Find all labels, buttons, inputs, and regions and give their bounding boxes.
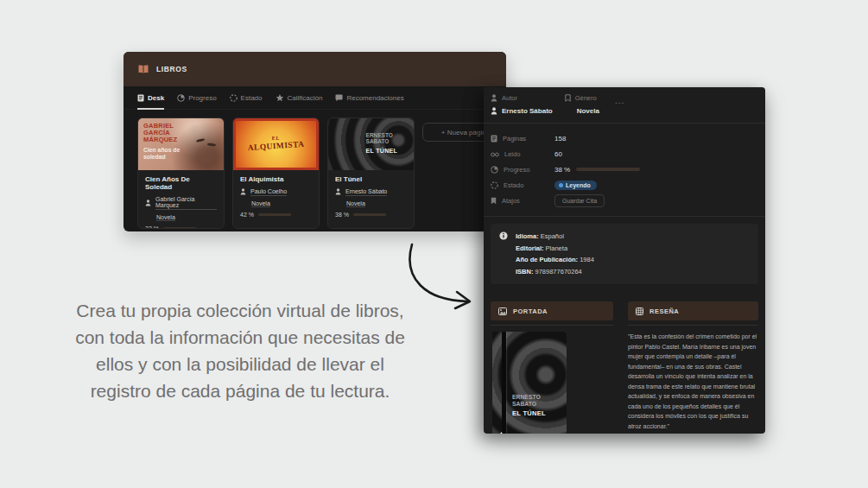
caption-line: Crea tu propia colección virtual de libr… (67, 297, 413, 324)
card-body: El Alquimista Paulo Coelho Novela 42 % (233, 170, 319, 229)
cover-title-text: EL TÚNEL (512, 409, 546, 417)
card-author-row: Ernesto Sábato (335, 188, 407, 196)
book-cards-row: GABRIEL GARCÍA MÁRQUEZ Cien años de sole… (124, 110, 506, 229)
card-progress-row: 22 % (145, 225, 217, 229)
progreso-value-row: 38 % (554, 166, 640, 174)
card-author-row: Gabriel García Marquez (145, 196, 217, 210)
more-options-button[interactable]: ... (615, 96, 624, 115)
isbn-value: 9789877670264 (535, 268, 582, 276)
comment-icon (335, 94, 343, 102)
resena-header[interactable]: RESEÑA (628, 301, 758, 320)
progress-percent-label: 38 % (335, 212, 349, 218)
card-author-row: Paulo Coelho (240, 188, 312, 196)
card-progress-row: 38 % (335, 212, 407, 218)
anio-value: 1984 (580, 256, 594, 263)
tab-recomendaciones[interactable]: Recomendaciones (335, 94, 403, 110)
progress-bar (258, 213, 291, 216)
book-card-cien-anos[interactable]: GABRIEL GARCÍA MÁRQUEZ Cien años de sole… (137, 117, 225, 229)
moon-icon (565, 107, 573, 115)
portada-title: PORTADA (513, 307, 548, 315)
dashed-circle-icon (230, 94, 238, 102)
progress-bar (353, 213, 386, 216)
info-icon (499, 231, 508, 277)
clock-icon (491, 166, 498, 174)
book-card-alquimista[interactable]: EL ALQUIMISTA El Alquimista Paulo Coelho… (232, 117, 320, 229)
tab-estado[interactable]: Estado (230, 94, 263, 110)
caption-line: registro de cada página de tu lectura. (67, 377, 413, 404)
cover-title-text: Cien años de soledad (143, 147, 183, 161)
moon-icon (335, 200, 342, 207)
book-card-tunel[interactable]: ERNESTO SABATO EL TÚNEL El Túnel Ernesto… (327, 117, 415, 229)
callout-text: Idioma: Español Editorial: Planeta Año d… (516, 231, 594, 277)
card-genre-row: Novela (335, 200, 407, 208)
card-progress-row: 42 % (240, 212, 312, 218)
book-cover-thumbnail: EL ALQUIMISTA (233, 118, 319, 170)
marketing-caption: Crea tu propia colección virtual de libr… (67, 297, 413, 404)
estado-value[interactable]: Leyendo (554, 181, 597, 190)
star-icon (276, 94, 284, 102)
editorial-label: Editorial: (516, 244, 544, 252)
status-label: Leyendo (566, 182, 591, 188)
portada-header[interactable]: PORTADA (491, 301, 613, 320)
caption-line: con toda la información que necesitas de (67, 324, 413, 351)
genre-label: Género (575, 94, 597, 102)
publisher-logo (497, 432, 505, 434)
paginas-value[interactable]: 158 (554, 135, 566, 143)
tab-desk[interactable]: Desk (137, 94, 164, 110)
atajos-label-row: Atajos (491, 197, 554, 205)
card-author: Paulo Coelho (250, 188, 287, 196)
tab-progreso[interactable]: Progreso (177, 94, 216, 110)
book-info-callout: Idioma: Español Editorial: Planeta Año d… (491, 224, 758, 284)
property-paginas: Páginas 158 (491, 130, 758, 146)
progress-percent-label: 22 % (145, 225, 159, 229)
person-icon (491, 107, 497, 115)
progreso-label: Progreso (504, 166, 529, 174)
tab-label: Recomendaciones (346, 94, 403, 102)
tab-label: Progreso (188, 94, 216, 102)
board-title: LIBROS (156, 65, 187, 73)
paginas-label-row: Páginas (491, 135, 554, 143)
property-estado: Estado Leyendo (491, 177, 758, 193)
anio-label: Año de Publicación: (516, 256, 578, 263)
genre-value-row[interactable]: Novela (565, 107, 599, 115)
person-icon (145, 200, 151, 206)
leido-value[interactable]: 60 (554, 150, 562, 158)
paginas-label: Páginas (503, 135, 526, 143)
status-dot (559, 183, 563, 187)
glasses-icon (491, 151, 499, 157)
cover-title-text: ALQUIMISTA (236, 139, 316, 153)
tab-calificacion[interactable]: Calificación (276, 94, 323, 110)
status-badge: Leyendo (554, 181, 597, 190)
editorial-value: Planeta (546, 244, 567, 252)
tab-label: Desk (148, 94, 164, 102)
genre-property: Género Novela (565, 94, 599, 115)
estado-label: Estado (504, 181, 523, 189)
status-badge: Leyendo (335, 228, 377, 229)
anio-line: Año de Publicación: 1984 (516, 254, 594, 266)
genre-value: Novela (577, 107, 599, 115)
author-value-row[interactable]: Ernesto Sábato (491, 107, 553, 115)
card-title: El Túnel (335, 175, 407, 183)
card-body: El Túnel Ernesto Sábato Novela 38 % (328, 170, 414, 229)
card-genre: Novela (156, 214, 175, 222)
book-cover-image: ERNESTO SABATO EL TÚNEL (492, 332, 567, 434)
author-label: Autor (502, 94, 517, 102)
bookmark-icon (565, 94, 571, 102)
board-window: LIBROS Desk Progreso Estado Calificación (124, 52, 506, 231)
progress-bar (576, 168, 640, 171)
editorial-line: Editorial: Planeta (516, 243, 594, 255)
document-icon (137, 94, 144, 102)
author-property: Autor Ernesto Sábato (491, 94, 553, 115)
property-leido: Leido 60 (491, 146, 758, 162)
book-spine-graphic (502, 332, 506, 434)
isbn-label: ISBN: (516, 268, 533, 276)
detail-top-properties: Autor Ernesto Sábato Género Novela (484, 87, 765, 123)
resena-column: RESEÑA "Esta es la confesión del crimen … (628, 301, 758, 434)
idioma-label: Idioma: (516, 232, 539, 240)
guardar-cita-button[interactable]: Guardar Cita (554, 194, 605, 207)
card-author: Gabriel García Marquez (155, 196, 217, 210)
card-author: Ernesto Sábato (345, 188, 387, 196)
card-genre: Novela (346, 200, 365, 208)
tab-label: Calificación (288, 94, 323, 102)
idioma-line: Idioma: Español (516, 231, 594, 243)
